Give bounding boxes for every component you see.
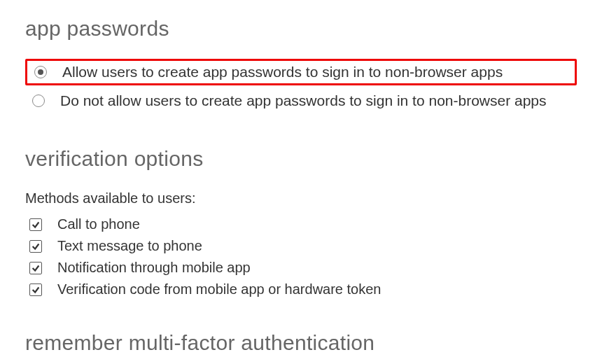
checkbox-call-to-phone[interactable]: Call to phone (25, 214, 577, 235)
checkbox-label: Verification code from mobile app or har… (57, 281, 381, 298)
app-passwords-heading: app passwords (25, 17, 577, 41)
radio-disallow-app-passwords[interactable]: Do not allow users to create app passwor… (25, 88, 577, 113)
radio-allow-app-passwords[interactable]: Allow users to create app passwords to s… (25, 59, 577, 85)
checkbox-text-message[interactable]: Text message to phone (25, 235, 577, 257)
checkbox-icon (29, 240, 42, 253)
checkbox-icon (29, 218, 42, 231)
checkbox-notification-app[interactable]: Notification through mobile app (25, 257, 577, 279)
checkbox-label: Text message to phone (57, 238, 202, 254)
radio-icon (32, 94, 45, 107)
radio-label: Allow users to create app passwords to s… (62, 64, 503, 80)
checkbox-icon (29, 284, 42, 296)
radio-label: Do not allow users to create app passwor… (60, 92, 547, 109)
checkbox-label: Notification through mobile app (57, 260, 251, 276)
remember-mfa-heading: remember multi-factor authentication (25, 331, 577, 355)
checkbox-verification-code[interactable]: Verification code from mobile app or har… (25, 279, 577, 300)
checkbox-label: Call to phone (57, 216, 140, 232)
radio-icon (34, 66, 47, 78)
checkbox-icon (29, 262, 42, 274)
methods-available-label: Methods available to users: (25, 190, 577, 206)
verification-options-heading: verification options (25, 147, 577, 171)
